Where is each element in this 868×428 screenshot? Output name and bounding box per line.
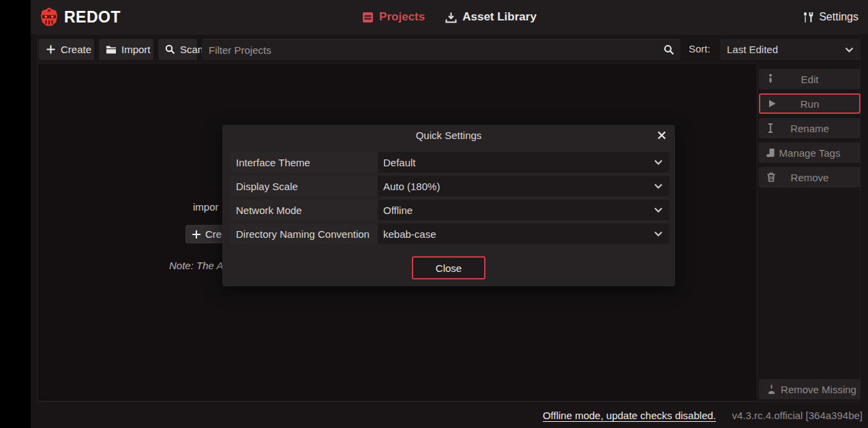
asset-library-icon (445, 12, 457, 23)
top-bar: REDOT Projects (31, 0, 868, 34)
import-label: Import (121, 44, 151, 55)
settings-icon (803, 12, 813, 23)
edit-label: Edit (759, 69, 860, 89)
network-mode-dropdown[interactable]: Offline (378, 200, 670, 220)
directory-naming-dropdown[interactable]: kebab-case (378, 224, 670, 244)
remove-missing-button[interactable]: Remove Missing (759, 379, 860, 399)
sort-label: Sort: (689, 43, 710, 55)
network-mode-label: Network Mode (230, 200, 378, 220)
setting-row-directory-naming: Directory Naming Convention kebab-case (230, 224, 670, 244)
chevron-down-icon (654, 159, 663, 165)
chevron-down-icon (654, 231, 663, 236)
chevron-down-icon (845, 47, 854, 52)
empty-state-text-fragment: impor (193, 201, 219, 213)
directory-naming-value: kebab-case (383, 228, 436, 240)
settings-rows: Interface Theme Default Display Scale Au… (230, 152, 670, 247)
manage-tags-button[interactable]: Manage Tags (759, 142, 860, 163)
filter-projects-field (202, 39, 680, 60)
interface-theme-label: Interface Theme (230, 152, 378, 172)
note-text-fragment: Note: The A (169, 260, 223, 271)
display-scale-dropdown[interactable]: Auto (180%) (378, 176, 670, 196)
remove-missing-label: Remove Missing (777, 379, 860, 399)
import-button[interactable]: Import (99, 39, 153, 60)
setting-row-display-scale: Display Scale Auto (180%) (230, 176, 670, 196)
folder-icon (106, 45, 117, 55)
chevron-down-icon (654, 183, 663, 189)
offline-mode-link[interactable]: Offline mode, update checks disabled. (543, 410, 716, 421)
dialog-title: Quick Settings (222, 129, 675, 141)
close-icon[interactable] (655, 129, 668, 141)
display-scale-label: Display Scale (230, 176, 378, 196)
interface-theme-value: Default (383, 157, 416, 168)
search-icon (663, 44, 680, 55)
create-label: Create (61, 44, 91, 55)
tab-projects-label: Projects (379, 10, 425, 24)
main-tabs: Projects Asset Library (31, 0, 868, 34)
run-button[interactable]: Run (759, 93, 860, 114)
projects-icon (362, 12, 374, 23)
settings-button[interactable]: Settings (803, 0, 858, 34)
tab-asset-library-label: Asset Library (462, 10, 537, 24)
run-label: Run (760, 95, 859, 112)
rename-button[interactable]: Rename (759, 118, 860, 138)
sort-dropdown[interactable]: Last Edited (720, 39, 860, 60)
setting-row-interface-theme: Interface Theme Default (230, 152, 670, 172)
remove-label: Remove (759, 167, 860, 187)
broom-icon (766, 384, 777, 395)
dialog-close-button[interactable]: Close (412, 256, 485, 279)
create-button[interactable]: Create (39, 39, 94, 60)
settings-label: Settings (819, 11, 858, 23)
display-scale-value: Auto (180%) (383, 181, 440, 192)
dialog-close-label: Close (436, 262, 462, 274)
setting-row-network-mode: Network Mode Offline (230, 200, 670, 220)
version-label: v4.3.rc.4.official [364a394be] (732, 410, 863, 421)
quick-settings-dialog: Quick Settings Interface Theme Default D… (222, 125, 675, 286)
scan-button[interactable]: Scan (158, 39, 197, 60)
scan-label: Scan (180, 44, 203, 55)
plus-icon (192, 230, 201, 239)
remove-button[interactable]: Remove (759, 167, 860, 187)
edit-button[interactable]: Edit (759, 69, 860, 89)
chevron-down-icon (654, 207, 663, 213)
manage-tags-label: Manage Tags (759, 142, 860, 163)
interface-theme-dropdown[interactable]: Default (378, 152, 670, 172)
network-mode-value: Offline (383, 204, 413, 216)
sort-value: Last Edited (727, 44, 778, 55)
plus-icon (46, 44, 56, 55)
tab-projects[interactable]: Projects (362, 10, 425, 24)
rename-label: Rename (759, 118, 860, 138)
scan-search-icon (165, 44, 175, 55)
filter-projects-input[interactable] (202, 44, 663, 56)
directory-naming-label: Directory Naming Convention (230, 224, 378, 244)
tab-asset-library[interactable]: Asset Library (445, 10, 537, 24)
